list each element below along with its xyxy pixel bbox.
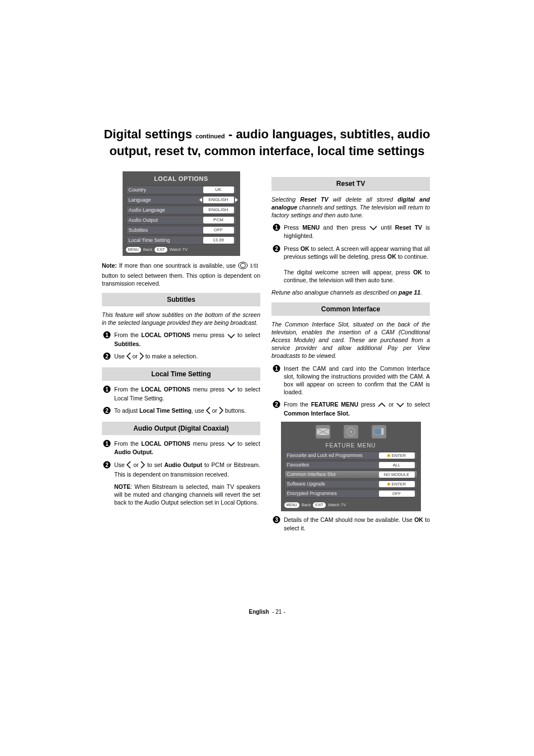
local-option-row: Audio LanguageENGLISH — [126, 206, 237, 214]
enter-dot-icon — [387, 483, 390, 486]
left-column: LOCAL OPTIONS CountryUKLanguageENGLISHAu… — [102, 171, 260, 536]
reset-intro: Selecting Reset TV will delete all store… — [271, 195, 430, 220]
feature-row: Software UpgradeENTER — [284, 480, 418, 488]
arrow-down-icon — [227, 332, 235, 340]
ci-step2: From the FEATURE MENU press or to select… — [271, 400, 430, 417]
local-options-title: LOCAL OPTIONS — [126, 175, 237, 183]
ci-step3: Details of the CAM should now be availab… — [271, 516, 430, 531]
local-options-panel: LOCAL OPTIONS CountryUKLanguageENGLISHAu… — [123, 171, 240, 256]
title-continued: continued — [195, 133, 225, 139]
option-label: Audio Output — [129, 217, 203, 223]
step-bullet-1-icon — [102, 331, 112, 339]
subtitles-step1: From the LOCAL OPTIONS menu press to sel… — [102, 331, 260, 347]
option-label: Audio Language — [129, 207, 203, 213]
localtime-step1: From the LOCAL OPTIONS menu press to sel… — [102, 385, 260, 402]
step-bullet-1-icon — [271, 365, 282, 372]
option-label: Subtitles — [129, 227, 203, 234]
option-value: OFF — [203, 227, 234, 234]
option-value: UK — [203, 186, 234, 193]
feature-label: Encrypted Programmes — [287, 491, 379, 497]
feature-row: Favourite and Lock ed ProgrammesENTER — [284, 451, 418, 460]
feature-value: OFF — [379, 491, 415, 497]
audioout-heading: Audio Output (Digital Coaxial) — [102, 422, 260, 435]
feature-value: ENTER — [379, 452, 415, 459]
exit-pill: EXIT — [154, 247, 167, 253]
exit-pill: EXIT — [313, 502, 325, 508]
step-bullet-1-icon — [102, 440, 112, 447]
flag-icon — [316, 425, 330, 438]
step-bullet-2-icon — [102, 352, 112, 360]
audioout-step1: From the LOCAL OPTIONS menu press to sel… — [102, 440, 260, 456]
note-text-a: If more than one sountrack is available,… — [117, 263, 238, 269]
audio-track-icon — [238, 262, 260, 271]
footer-lang: English — [249, 609, 269, 615]
gear-icon — [344, 425, 358, 438]
option-value: ENGLISH — [203, 207, 234, 213]
step-bullet-1-icon — [271, 223, 282, 231]
subtitles-intro: This feature will show subtitles on the … — [102, 311, 260, 326]
menu-pill: MENU — [284, 502, 299, 508]
step-bullet-3-icon — [271, 516, 282, 524]
option-label: Country — [129, 186, 203, 193]
option-value: PCM — [203, 217, 234, 223]
feature-row: Common Interface SlotNO MODULE — [284, 470, 418, 479]
feature-label: Common Interface Slot — [287, 472, 379, 478]
arrow-down-icon — [369, 224, 377, 232]
feature-icons-row — [284, 425, 418, 438]
arrow-right-icon — [219, 407, 223, 416]
footer-watch: Watch TV — [328, 502, 346, 508]
option-label: Local Time Setting — [129, 237, 203, 244]
arrow-down-icon — [227, 440, 235, 448]
arrow-right-icon — [139, 352, 144, 362]
local-option-row: Local Time Setting13.39 — [126, 236, 237, 245]
page-title: Digital settings continued - audio langu… — [102, 126, 432, 159]
feature-value: ENTER — [379, 481, 415, 487]
right-column: Reset TV Selecting Reset TV will delete … — [271, 171, 430, 536]
reset-step2: Press OK to select. A screen will appear… — [271, 245, 430, 284]
ci-intro: The Common Interface Slot, situated on t… — [271, 320, 430, 360]
step-bullet-2-icon — [102, 461, 112, 469]
footer-back: Back — [143, 247, 153, 253]
note-soundtrack: Note: If more than one sountrack is avai… — [102, 262, 260, 287]
arrow-down-icon — [227, 386, 235, 394]
option-value: 13.39 — [203, 237, 234, 244]
local-option-row: CountryUK — [126, 185, 237, 194]
page-footer: English - 21 - — [0, 609, 534, 615]
tv-icon — [372, 425, 386, 438]
footer-back: Back — [302, 502, 311, 508]
localtime-heading: Local Time Setting — [102, 367, 260, 381]
feature-row: Encrypted ProgrammesOFF — [284, 489, 418, 498]
reset-step1: Press MENU and then press until Reset TV… — [271, 223, 430, 240]
menu-pill: MENU — [126, 247, 141, 253]
feature-label: Software Upgrade — [287, 481, 379, 487]
feature-value: NO MODULE — [379, 472, 415, 478]
step-bullet-2-icon — [271, 400, 282, 408]
reset-retune: Retune also analogue channels as describ… — [271, 288, 430, 296]
subtitles-heading: Subtitles — [102, 293, 260, 306]
arrow-left-icon — [127, 352, 131, 362]
option-value: ENGLISH — [203, 197, 234, 203]
feature-menu-panel: FEATURE MENU Favourite and Lock ed Progr… — [281, 422, 421, 512]
feature-row: FavouritesALL — [284, 461, 418, 469]
local-option-row: LanguageENGLISH — [126, 195, 237, 204]
subtitles-step2: Use or to make a selection. — [102, 352, 260, 362]
step-bullet-1-icon — [102, 385, 112, 393]
title-main: Digital settings — [104, 127, 192, 141]
local-option-row: SubtitlesOFF — [126, 226, 237, 235]
arrow-up-icon — [378, 401, 386, 409]
note-prefix: Note: — [102, 263, 117, 269]
enter-dot-icon — [387, 454, 390, 457]
localtime-step2: To adjust Local Time Setting, use or but… — [102, 407, 260, 416]
local-option-row: Audio OutputPCM — [126, 216, 237, 225]
feature-label: Favourite and Lock ed Programmes — [287, 452, 379, 459]
note-text-b: button to select between them. This opti… — [102, 272, 260, 287]
step-bullet-2-icon — [271, 245, 282, 253]
feature-label: Favourites — [287, 462, 379, 468]
audioout-step2: Use or to set Audio Output to PCM or Bit… — [102, 461, 260, 478]
ci-heading: Common Interface — [271, 302, 430, 316]
feature-footer: MENU Back EXIT Watch TV — [284, 502, 418, 508]
option-label: Language — [129, 197, 203, 203]
footer-watch: Watch TV — [170, 247, 188, 253]
arrow-left-icon — [206, 407, 210, 416]
arrow-down-icon — [396, 401, 404, 409]
